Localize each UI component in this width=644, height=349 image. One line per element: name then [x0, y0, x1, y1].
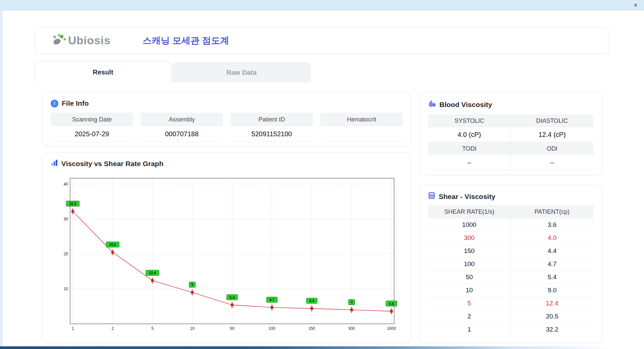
sv-header-row: SHEAR RATE(1/s)PATIENT(cp)	[428, 205, 593, 218]
sv-shear-value: 10	[428, 284, 511, 297]
chart-point-label: 3.6	[386, 301, 397, 306]
sv-patient-value: 4.7	[511, 258, 593, 270]
chart-point-label: 4.4	[306, 298, 317, 303]
graph-title: Viscosity vs Shear Rate Graph	[61, 160, 163, 168]
table-row: 10003.6	[428, 218, 593, 232]
tab-raw-data[interactable]: Raw Data	[172, 62, 311, 83]
sv-shear-value: 100	[428, 258, 511, 270]
svg-text:5.4: 5.4	[229, 295, 235, 299]
viscosity-chart: 102030401251050100150300100032.220.512.4…	[57, 173, 411, 336]
info-icon: i	[51, 100, 58, 107]
sv-column-patient-cp: PATIENT(cp)	[511, 205, 594, 218]
chart-point-label: 4.7	[267, 297, 277, 302]
file-info-title: File Info	[62, 99, 89, 107]
shear-viscosity-card: Shear - Viscosity SHEAR RATE(1/s)PATIENT…	[420, 185, 602, 343]
shear-viscosity-table: SHEAR RATE(1/s)PATIENT(cp)10003.63004.01…	[428, 205, 593, 336]
table-row: 132.2	[428, 323, 593, 336]
svg-text:32.2: 32.2	[69, 202, 76, 206]
table-row: 505.4	[428, 271, 593, 284]
app-logo: Ubiosis	[51, 33, 110, 48]
shear-viscosity-title-row: Shear - Viscosity	[420, 185, 601, 205]
svg-text:10: 10	[64, 287, 68, 291]
svg-text:3.6: 3.6	[389, 302, 394, 306]
bv-value-row: 4.0 (cP)12.4 (cP)	[428, 127, 593, 142]
sv-patient-value: 9.0	[511, 284, 593, 297]
sv-patient-value: 20.5	[511, 310, 593, 323]
bar-chart-icon	[51, 159, 58, 168]
file-info-title-row: i File Info	[43, 93, 411, 111]
svg-text:10: 10	[190, 326, 195, 331]
window-bottom-edge	[0, 346, 644, 349]
app-title: 스캐닝 모세관 점도계	[143, 35, 229, 47]
table-row: 3004.0	[428, 232, 593, 245]
table-row: 220.5	[428, 310, 593, 323]
sv-patient-value: 4.4	[511, 245, 593, 257]
svg-text:4: 4	[351, 300, 353, 304]
file-info-field-scanning-date: Scanning Date2025-07-29	[51, 113, 133, 142]
blood-viscosity-table: SYSTOLICDIASTOLIC4.0 (cP)12.4 (cP)TODIOD…	[428, 114, 593, 170]
bv-header-row: TODIODI	[428, 142, 593, 155]
calculator-icon	[428, 192, 435, 201]
file-info-fields: Scanning Date2025-07-29Assembly000707188…	[43, 111, 411, 142]
svg-text:30: 30	[64, 217, 68, 221]
svg-text:4.7: 4.7	[269, 298, 274, 302]
bv-header-systolic: SYSTOLIC	[428, 114, 511, 127]
table-row: 109.0	[428, 284, 593, 297]
viscosity-graph-card: Viscosity vs Shear Rate Graph 1020304012…	[42, 152, 411, 343]
svg-text:12.4: 12.4	[149, 271, 156, 275]
field-label: Hematocrit	[320, 113, 403, 126]
field-label: Scanning Date	[51, 113, 133, 126]
file-info-field-hematocrit: Hematocrit	[320, 113, 403, 142]
sv-patient-value: 5.4	[511, 271, 593, 284]
sv-patient-value: 32.2	[511, 323, 593, 336]
bv-header-diastolic: DIASTOLIC	[511, 114, 594, 127]
svg-text:20.5: 20.5	[109, 243, 116, 247]
file-info-field-patient-id: Patient ID52091152100	[230, 113, 313, 142]
bv-value-todi: –	[428, 155, 511, 170]
svg-text:1: 1	[72, 326, 74, 331]
svg-text:150: 150	[308, 326, 315, 331]
close-icon[interactable]: ×	[631, 1, 640, 9]
svg-text:4.4: 4.4	[309, 299, 315, 303]
table-row: 1004.7	[428, 258, 593, 271]
droplet-icon	[428, 99, 436, 110]
sv-shear-value: 50	[428, 271, 511, 284]
sv-patient-value: 3.6	[511, 218, 593, 231]
field-value: 52091152100	[230, 126, 313, 142]
header-card: Ubiosis 스캐닝 모세관 점도계	[35, 27, 609, 54]
logo-leaf-icon	[51, 33, 67, 48]
bv-value-row: ––	[428, 155, 593, 170]
svg-text:40: 40	[64, 182, 68, 187]
file-info-card: i File Info Scanning Date2025-07-29Assem…	[42, 92, 411, 146]
table-row: 512.4	[428, 297, 593, 310]
sv-patient-value: 4.0	[511, 232, 593, 244]
sv-shear-value: 1	[428, 323, 511, 336]
sv-shear-value: 150	[428, 245, 511, 257]
svg-text:1000: 1000	[387, 326, 396, 331]
chart-point-label: 4	[348, 299, 355, 305]
svg-text:9: 9	[191, 283, 193, 287]
svg-text:300: 300	[348, 326, 355, 331]
svg-text:2: 2	[111, 326, 114, 331]
chart-point-label: 12.4	[146, 270, 159, 276]
file-info-field-assembly: Assembly000707188	[141, 113, 223, 142]
logo-text: Ubiosis	[68, 34, 110, 47]
chart-svg: 102030401251050100150300100032.220.512.4…	[57, 173, 399, 335]
chart-point-label: 9	[189, 282, 196, 287]
bv-value-odi: –	[511, 155, 593, 170]
graph-title-row: Viscosity vs Shear Rate Graph	[43, 152, 411, 172]
field-label: Patient ID	[230, 113, 313, 126]
blood-viscosity-card: Blood Viscosity SYSTOLICDIASTOLIC4.0 (cP…	[420, 92, 602, 175]
tab-result[interactable]: Result	[35, 62, 171, 83]
table-row: 1504.4	[428, 245, 593, 258]
bv-header-odi: ODI	[511, 142, 594, 155]
svg-text:5: 5	[151, 326, 154, 331]
window-left-edge	[0, 10, 3, 349]
blood-viscosity-title: Blood Viscosity	[439, 101, 492, 109]
bv-value-systolic: 4.0 (cP)	[428, 127, 511, 142]
svg-text:100: 100	[269, 326, 275, 331]
shear-viscosity-title: Shear - Viscosity	[439, 193, 495, 201]
sv-shear-value: 2	[428, 310, 511, 323]
window-titlebar: ×	[0, 0, 644, 10]
sv-patient-value: 12.4	[511, 297, 593, 310]
